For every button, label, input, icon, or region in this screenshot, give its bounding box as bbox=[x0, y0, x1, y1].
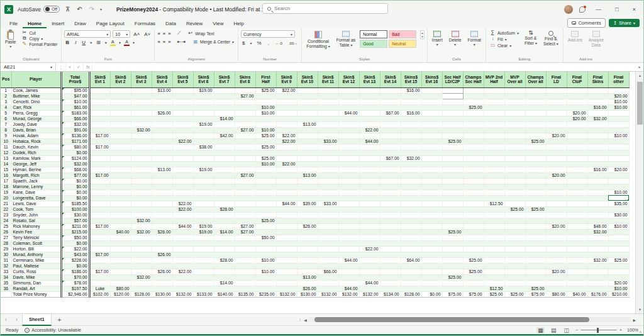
cell-shld[interactable] bbox=[442, 127, 463, 133]
cell-e11[interactable] bbox=[318, 246, 338, 252]
cell-foth[interactable]: $30.00 bbox=[608, 212, 629, 218]
collapse-ribbon-icon[interactable]: ˄ bbox=[639, 330, 641, 334]
cell-cho[interactable] bbox=[525, 274, 546, 280]
cell-e9[interactable] bbox=[276, 280, 297, 286]
cell-pos[interactable]: 13 bbox=[1, 155, 11, 161]
cell-total[interactable]: $136.00 bbox=[61, 133, 89, 138]
cell-mvp2[interactable] bbox=[484, 206, 504, 212]
total-e8[interactable]: $135.00 bbox=[235, 291, 255, 297]
cell-fld[interactable] bbox=[546, 99, 567, 104]
italic-button[interactable]: I bbox=[74, 40, 77, 45]
total-e5[interactable]: $132.00 bbox=[172, 291, 193, 297]
cell-e3[interactable] bbox=[131, 172, 152, 178]
cell-e16[interactable] bbox=[421, 138, 442, 144]
cell-e4[interactable]: $13.00 bbox=[152, 167, 172, 172]
cell-player[interactable]: Rosato, Sal bbox=[11, 218, 61, 223]
cell-mvp2[interactable] bbox=[484, 189, 504, 195]
cell-e7[interactable] bbox=[214, 121, 235, 127]
cell-fld[interactable] bbox=[546, 195, 567, 201]
cell-e13[interactable] bbox=[359, 189, 380, 195]
cell-fctp[interactable] bbox=[567, 229, 587, 235]
cell-player[interactable]: Hyman, Berine bbox=[11, 167, 61, 172]
column-header-e7[interactable]: Skin$Evt 7 bbox=[214, 72, 235, 87]
cell-fsk[interactable] bbox=[587, 189, 608, 195]
cell-e11[interactable] bbox=[318, 99, 338, 104]
cell-e13[interactable]: $22.00 bbox=[359, 127, 380, 133]
cell-e6[interactable] bbox=[193, 257, 214, 263]
cell-e6[interactable] bbox=[193, 235, 214, 240]
normal-view-button[interactable]: ▦ bbox=[536, 327, 545, 333]
style-chip-good[interactable]: Good bbox=[360, 40, 387, 48]
cell-pos[interactable]: 6 bbox=[1, 116, 11, 121]
cell-e15[interactable] bbox=[401, 269, 421, 274]
cell-e8[interactable] bbox=[235, 235, 255, 240]
cell-cho[interactable]: $25.00 bbox=[525, 286, 546, 291]
cell-cho[interactable] bbox=[525, 235, 546, 240]
cell-chsh[interactable] bbox=[463, 133, 484, 138]
cell-mvpo[interactable] bbox=[504, 218, 525, 223]
cell-mvpo[interactable] bbox=[504, 127, 525, 133]
cell-mvpo[interactable] bbox=[504, 155, 525, 161]
cell-foth[interactable] bbox=[608, 172, 629, 178]
cell-e16[interactable] bbox=[421, 110, 442, 116]
cell-e7[interactable] bbox=[214, 252, 235, 257]
cell-fctp[interactable] bbox=[567, 240, 587, 246]
cell-fld[interactable] bbox=[546, 104, 567, 110]
cell-shld[interactable] bbox=[442, 178, 463, 184]
cell-fh[interactable] bbox=[255, 252, 276, 257]
cell-player[interactable]: Davis, Mike bbox=[11, 274, 61, 280]
cell-e9[interactable] bbox=[276, 235, 297, 240]
cell-chsh[interactable] bbox=[463, 218, 484, 223]
cell-e4[interactable] bbox=[152, 257, 172, 263]
cell-e10[interactable] bbox=[297, 93, 318, 99]
column-header-shld[interactable]: Sec HalfLD/C2P bbox=[442, 72, 463, 87]
cell-e4[interactable] bbox=[152, 93, 172, 99]
gallery-down-icon[interactable]: ▾ bbox=[421, 35, 423, 38]
cell-e7[interactable] bbox=[214, 155, 235, 161]
cell-e15[interactable]: $32.00 bbox=[401, 155, 421, 161]
cell-fctp[interactable] bbox=[567, 138, 587, 144]
underline-chevron-icon[interactable]: ▾ bbox=[90, 40, 92, 45]
cell-e5[interactable] bbox=[172, 161, 193, 167]
cell-e2[interactable] bbox=[110, 235, 131, 240]
cell-fh[interactable] bbox=[255, 246, 276, 252]
cell-fctp[interactable] bbox=[567, 206, 587, 212]
cell-mvp2[interactable] bbox=[484, 195, 504, 201]
cell-e14[interactable] bbox=[380, 133, 401, 138]
cell-player[interactable]: Dudek, Rich bbox=[11, 150, 61, 155]
cell-foth[interactable] bbox=[608, 246, 629, 252]
cell-fh[interactable] bbox=[255, 240, 276, 246]
column-header-e11[interactable]: Skin$Evt 11 bbox=[318, 72, 338, 87]
cell-e8[interactable] bbox=[235, 274, 255, 280]
cell-pos[interactable]: 9 bbox=[1, 133, 11, 138]
underline-button[interactable]: U bbox=[80, 40, 87, 45]
cell-e8[interactable] bbox=[235, 99, 255, 104]
cell-e8[interactable] bbox=[235, 161, 255, 167]
cell-e13[interactable] bbox=[359, 184, 380, 189]
cell-e7[interactable] bbox=[214, 104, 235, 110]
cell-chsh[interactable] bbox=[463, 280, 484, 286]
cell-e8[interactable]: $27.00 bbox=[235, 93, 255, 99]
cell-e1[interactable]: $17.00 bbox=[89, 223, 110, 229]
cell-chsh[interactable] bbox=[463, 184, 484, 189]
cell-fh[interactable]: $10.00 bbox=[255, 161, 276, 167]
cell-chsh[interactable] bbox=[463, 150, 484, 155]
cell-shld[interactable]: $25.00 bbox=[442, 229, 463, 235]
cell-fh[interactable] bbox=[255, 138, 276, 144]
cell-e15[interactable] bbox=[401, 104, 421, 110]
cell-e4[interactable]: $26.00 bbox=[152, 252, 172, 257]
menu-tab-data[interactable]: Data bbox=[160, 20, 181, 28]
bold-button[interactable]: B bbox=[64, 40, 70, 45]
cell-e4[interactable] bbox=[152, 195, 172, 201]
cell-e15[interactable] bbox=[401, 161, 421, 167]
cell-player[interactable]: Lewis, Dave bbox=[11, 201, 61, 206]
cell-mvp2[interactable] bbox=[484, 252, 504, 257]
cell-fld[interactable] bbox=[546, 178, 567, 184]
cell-player[interactable]: George, Jeff bbox=[11, 161, 61, 167]
cell-total[interactable]: $22.00 bbox=[61, 246, 89, 252]
cell-e5[interactable] bbox=[172, 144, 193, 150]
cell-e3[interactable] bbox=[131, 121, 152, 127]
excel-app-icon[interactable]: X bbox=[4, 5, 13, 14]
cell-mvpo[interactable] bbox=[504, 104, 525, 110]
cell-foth[interactable] bbox=[608, 195, 629, 201]
